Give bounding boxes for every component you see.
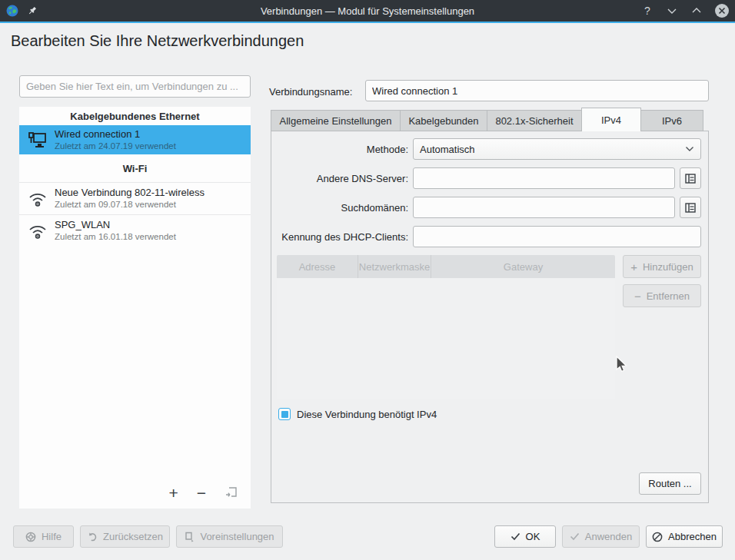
mouse-cursor [615,356,628,374]
reset-button[interactable]: Zurücksetzen [80,525,170,548]
page-title: Bearbeiten Sie Ihre Netzwerkverbindungen [11,32,304,50]
connection-item-spg-wlan[interactable]: SPG_WLAN Zuletzt am 16.01.18 verwendet [19,214,251,247]
add-address-button[interactable]: + Hinzufügen [623,255,701,278]
method-value: Automatisch [420,144,685,155]
connection-subtitle: Zuletzt am 09.07.18 verwendet [55,199,205,210]
maximize-button[interactable] [690,5,703,17]
group-header-ethernet: Kabelgebundenes Ethernet [19,107,251,125]
tab-802-1x-sicherheit[interactable]: 802.1x-Sicherheit [487,110,582,131]
requires-ipv4-label: Diese Verbindung benötigt IPv4 [297,409,437,420]
document-revert-icon [185,532,195,542]
check-icon [511,532,520,541]
cancel-label: Abbrechen [668,531,717,542]
tab-allgemeine-einstellungen[interactable]: Allgemeine Einstellungen [271,110,401,131]
minimize-button[interactable] [666,5,678,17]
list-toolbar: + − [19,481,251,504]
remove-address-label: Entfernen [647,290,690,302]
dhcp-client-id-label: Kennung des DHCP-Clients: [274,231,408,243]
ok-button[interactable]: OK [494,525,556,548]
column-header-adresse: Adresse [277,255,358,278]
connections-settings-window: Verbindungen — Modul für Systemeinstellu… [0,0,735,560]
dns-list-edit-button[interactable] [680,167,701,189]
chevron-down-icon [685,146,694,152]
close-button[interactable] [715,4,729,18]
connection-name-input[interactable] [365,80,709,101]
settings-tabbar: Allgemeine Einstellungen Kabelgebunden 8… [271,108,703,131]
search-domains-input[interactable] [413,197,675,218]
titlebar-accent-line [0,22,735,23]
dns-input[interactable] [413,167,675,189]
connection-search-input[interactable] [19,75,251,98]
method-label: Methode: [274,144,408,155]
connection-item-wired[interactable]: Wired connection 1 Zuletzt am 24.07.19 v… [19,125,251,154]
reset-label: Zurücksetzen [103,531,163,542]
remove-connection-button[interactable]: − [197,485,206,501]
apply-button[interactable]: Anwenden [562,525,640,548]
cancel-button[interactable]: Abbrechen [646,525,723,548]
connection-name-label: Verbindungsname: [269,86,360,98]
ok-label: OK [526,531,540,542]
search-domains-label: Suchdomänen: [274,202,408,214]
add-address-label: Hinzufügen [643,261,693,273]
connection-item-new-wireless[interactable]: Neue Verbindung 802-11-wireless Zuletzt … [19,182,251,214]
ethernet-icon [27,130,48,150]
remove-address-button[interactable]: − Entfernen [623,284,701,307]
defaults-button[interactable]: Voreinstellungen [176,525,283,548]
column-header-netzwerkmaske: Netzwerkmaske [358,255,431,278]
dns-label: Andere DNS-Server: [274,173,408,184]
connection-list: Kabelgebundenes Ethernet Wired connectio… [19,107,251,509]
apply-label: Anwenden [585,531,632,542]
export-connection-icon[interactable] [224,485,238,499]
connection-subtitle: Zuletzt am 24.07.19 verwendet [55,141,176,151]
minus-icon: − [634,290,641,302]
search-domains-list-edit-button[interactable] [680,197,701,218]
window-title: Verbindungen — Modul für Systemeinstellu… [0,5,735,17]
plus-icon: + [630,261,637,273]
routes-label: Routen ... [648,478,691,489]
undo-icon [87,532,98,542]
connection-subtitle: Zuletzt am 16.01.18 verwendet [55,231,176,242]
help-label: Hilfe [42,531,62,542]
lifebuoy-icon [25,532,36,542]
tab-ipv4[interactable]: IPv4 [581,108,641,131]
tab-ipv6[interactable]: IPv6 [640,110,703,131]
column-header-gateway: Gateway [431,255,615,278]
help-button[interactable]: ? [641,5,654,17]
defaults-label: Voreinstellungen [200,531,274,542]
method-dropdown[interactable]: Automatisch [413,138,701,160]
list-details-icon [685,174,696,184]
ip-table-header: Adresse Netzwerkmaske Gateway [277,255,615,278]
checkbox-checked-mark [281,411,288,418]
titlebar: Verbindungen — Modul für Systemeinstellu… [0,0,735,22]
check-icon [570,532,580,541]
cancel-icon [652,532,663,542]
connection-title: SPG_WLAN [55,219,176,231]
connection-title: Neue Verbindung 802-11-wireless [55,187,205,199]
routes-button[interactable]: Routen ... [639,472,701,495]
add-connection-button[interactable]: + [168,485,178,501]
list-details-icon [685,203,696,213]
requires-ipv4-checkbox[interactable] [278,408,291,420]
wifi-icon [27,221,48,241]
group-header-wifi: Wi-Fi [19,154,251,182]
ip-address-table[interactable]: Adresse Netzwerkmaske Gateway [277,255,615,399]
tab-kabelgebunden[interactable]: Kabelgebunden [400,110,487,131]
connection-title: Wired connection 1 [55,128,176,141]
help-footer-button[interactable]: Hilfe [13,525,74,548]
wifi-icon [27,189,48,209]
dhcp-client-id-input[interactable] [413,226,701,247]
